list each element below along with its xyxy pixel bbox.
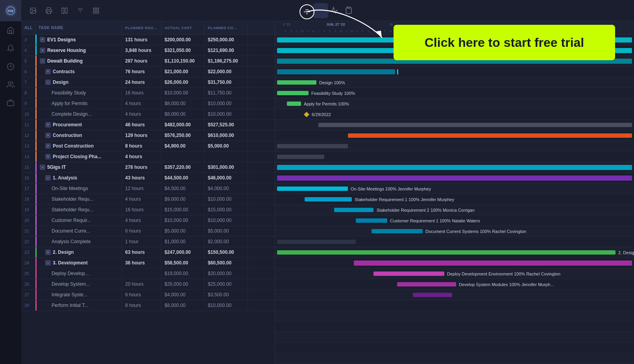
expand-icon[interactable]: − <box>45 79 51 85</box>
svg-text:PM: PM <box>8 9 13 13</box>
gantt-panel: 0 '22 JUN, 27 '22 JU FS SM TW TF SS MT W… <box>275 21 634 364</box>
col-planned-cost[interactable]: PLANNED CO... <box>205 21 248 34</box>
grid-toolbar-icon[interactable] <box>91 5 102 16</box>
toolbar <box>21 0 634 21</box>
table-row[interactable]: 23 +2. Design 63 hours $247,000.00 $150,… <box>21 247 275 258</box>
table-row[interactable]: 13 +Post Construction 8 hours $4,900.00 … <box>21 141 275 152</box>
sidebar: PM <box>0 0 21 364</box>
svg-rect-13 <box>93 8 95 10</box>
table-row[interactable]: 25 Deploy Develop... $19,000.00 $20,000.… <box>21 268 275 279</box>
table-rows: 3 +EV1 Designs 131 hours $200,000.00 $25… <box>21 35 275 364</box>
sidebar-item-notifications[interactable] <box>0 39 21 57</box>
col-actual-cost[interactable]: ACTUAL COST <box>161 21 205 34</box>
sidebar-item-projects[interactable] <box>0 94 21 112</box>
table-row[interactable]: 3 +EV1 Designs 131 hours $200,000.00 $25… <box>21 35 275 45</box>
expand-icon[interactable]: + <box>45 122 51 127</box>
svg-rect-14 <box>97 8 99 10</box>
gantt-date-label: JUN, 27 '22 <box>326 22 345 26</box>
columns-toolbar-icon[interactable] <box>59 5 70 16</box>
expand-icon[interactable]: − <box>40 58 45 64</box>
table-row[interactable]: 27 Integrate Syste... 6 hours $4,000.00 … <box>21 290 275 300</box>
table-row[interactable]: 24 −3. Development 36 hours $58,500.00 $… <box>21 258 275 268</box>
table-row[interactable]: 8 Feasibility Study 16 hours $10,000.00 … <box>21 88 275 98</box>
table-row[interactable]: 10 Complete Design... 4 hours $8,000.00 … <box>21 109 275 120</box>
table-row[interactable]: 20 Customer Requir... 4 hours $10,000.00… <box>21 215 275 226</box>
sidebar-item-users[interactable] <box>0 76 21 94</box>
svg-rect-9 <box>65 8 67 13</box>
svg-point-6 <box>31 9 32 10</box>
expand-icon[interactable]: − <box>40 164 45 170</box>
table-row[interactable]: 14 +Project Closing Pha... 4 hours <box>21 152 275 162</box>
table-row[interactable]: 7 −Design 24 hours $26,000.00 $31,750.00 <box>21 77 275 88</box>
sidebar-item-home[interactable] <box>0 21 21 39</box>
expand-icon[interactable]: + <box>45 133 51 138</box>
col-planned-hours[interactable]: PLANNED HOU... <box>122 21 161 34</box>
image-toolbar-icon[interactable] <box>28 5 39 16</box>
clipboard-icon[interactable] <box>345 6 353 15</box>
table-panel: ALL TASK NAME PLANNED HOU... ACTUAL COST… <box>21 21 275 364</box>
activity-icon[interactable] <box>331 6 338 15</box>
col-all[interactable]: ALL <box>21 21 35 34</box>
app-logo[interactable]: PM <box>0 0 21 21</box>
table-row[interactable]: 5 −Dewalt Building 287 hours $1,110,150.… <box>21 56 275 67</box>
table-row[interactable]: 15 −5Gigs IT 278 hours $357,220.00 $301,… <box>21 162 275 173</box>
expand-icon[interactable]: − <box>45 175 51 181</box>
svg-rect-4 <box>7 101 14 106</box>
zoom-icon[interactable] <box>316 6 324 15</box>
cta-label: Click here to start free trial <box>425 35 584 50</box>
table-header: ALL TASK NAME PLANNED HOU... ACTUAL COST… <box>21 21 275 35</box>
gantt-date-label-2: JU <box>389 22 394 26</box>
table-row[interactable]: 16 −1. Analysis 43 hours $44,500.00 $46,… <box>21 173 275 183</box>
table-row[interactable]: 6 +Contracts 76 hours $21,000.00 $22,000… <box>21 67 275 77</box>
svg-rect-7 <box>47 11 51 13</box>
svg-point-3 <box>8 82 11 85</box>
table-row[interactable]: 21 Document Curre... 6 hours $5,000.00 $… <box>21 226 275 237</box>
expand-icon[interactable]: + <box>45 69 51 74</box>
table-row[interactable]: 11 +Procurement 46 hours $482,000.00 $52… <box>21 120 275 130</box>
table-row[interactable]: 4 +Reserve Housing 3,848 hours $321,050.… <box>21 45 275 56</box>
svg-rect-16 <box>97 11 99 13</box>
svg-rect-15 <box>93 11 95 13</box>
expand-icon[interactable]: − <box>45 260 51 266</box>
expand-icon[interactable]: + <box>40 37 45 42</box>
cta-button[interactable]: Click here to start free trial <box>394 25 615 60</box>
table-row[interactable]: 19 Stakeholder Requ... 16 hours $15,000.… <box>21 205 275 215</box>
col-task-name[interactable]: TASK NAME <box>35 21 122 34</box>
table-row[interactable]: 12 +Construction 129 hours $576,250.00 $… <box>21 130 275 141</box>
filter-toolbar-icon[interactable] <box>75 5 86 16</box>
expand-icon[interactable]: + <box>40 48 45 53</box>
svg-line-18 <box>322 11 323 13</box>
table-row[interactable]: 26 Develop System... 20 hours $26,000.00… <box>21 279 275 290</box>
print-toolbar-icon[interactable] <box>43 5 54 16</box>
sidebar-item-history[interactable] <box>0 57 21 76</box>
table-row[interactable]: 9 Apply for Permits 4 hours $8,000.00 $1… <box>21 98 275 109</box>
gantt-body: Design 100% Feasibility Study 100% Apply… <box>275 35 634 364</box>
table-row[interactable]: 22 Analysis Complete 1 hour $1,000.00 $2… <box>21 237 275 247</box>
logo-text: PM <box>5 5 17 17</box>
svg-rect-8 <box>62 8 64 13</box>
expand-icon[interactable]: + <box>45 143 51 149</box>
table-row[interactable]: 17 On-Site Meetings 12 hours $4,500.00 $… <box>21 183 275 194</box>
svg-rect-21 <box>347 7 350 8</box>
table-row[interactable]: 28 Perform Initial T... 8 hours $8,000.0… <box>21 300 275 311</box>
table-row[interactable]: 18 Stakeholder Requ... 4 hours $9,000.00… <box>21 194 275 205</box>
expand-icon[interactable]: + <box>45 154 51 159</box>
expand-icon[interactable]: + <box>45 249 51 255</box>
